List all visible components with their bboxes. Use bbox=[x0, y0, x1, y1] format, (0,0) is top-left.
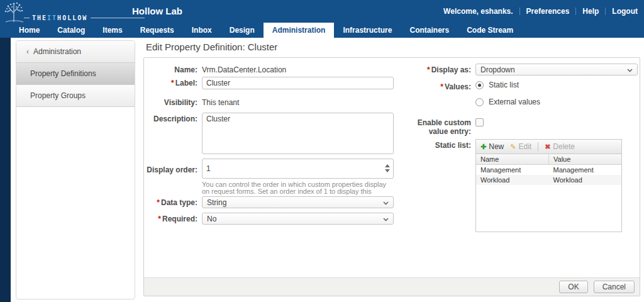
required-selected-value: No bbox=[207, 215, 216, 223]
chevron-down-icon bbox=[383, 198, 389, 207]
display-order-help: You can control the order in which custo… bbox=[202, 181, 394, 195]
static-list-new-button[interactable]: ✚ New bbox=[480, 142, 504, 151]
spinner-up-icon[interactable] bbox=[385, 164, 390, 167]
divider bbox=[605, 8, 606, 15]
tab-containers[interactable]: Containers bbox=[401, 23, 458, 38]
display-as-label: *Display as: bbox=[408, 64, 475, 76]
cell-value: Workload bbox=[549, 175, 622, 185]
page-title: Edit Property Definition: Cluster bbox=[146, 42, 277, 52]
brand: THEITHOLLOW bbox=[24, 14, 145, 21]
description-label: Description: bbox=[144, 113, 202, 157]
required-label: *Required: bbox=[144, 213, 202, 225]
table-row[interactable]: Workload Workload bbox=[476, 175, 621, 185]
column-header-name[interactable]: Name bbox=[476, 154, 549, 164]
sidebar-back-label: Administration bbox=[33, 47, 81, 56]
delete-x-icon: ✖ bbox=[545, 143, 550, 150]
label-input[interactable] bbox=[202, 77, 394, 89]
main-nav: Home Catalog Items Requests Inbox Design… bbox=[0, 23, 644, 38]
values-option-label: Static list bbox=[489, 81, 519, 89]
radio-unselected-icon[interactable] bbox=[475, 98, 484, 106]
enable-custom-value-entry-label: Enable custom value entry: bbox=[408, 116, 475, 136]
tab-code-stream[interactable]: Code Stream bbox=[458, 23, 522, 38]
help-link[interactable]: Help bbox=[582, 7, 599, 16]
radio-selected-icon[interactable] bbox=[475, 81, 484, 89]
edit-property-panel: Name: Vrm.DataCenter.Location *Label: Vi… bbox=[143, 57, 640, 296]
values-option-static-list[interactable]: Static list bbox=[475, 81, 638, 89]
tab-administration[interactable]: Administration bbox=[264, 23, 335, 38]
required-asterisk: * bbox=[158, 215, 161, 223]
data-type-label: *Data type: bbox=[144, 196, 202, 208]
form-right-column: *Display as: Dropdown *Values: Static li… bbox=[408, 58, 638, 232]
tab-catalog[interactable]: Catalog bbox=[48, 23, 94, 38]
values-option-label: External values bbox=[489, 98, 540, 106]
required-asterisk: * bbox=[427, 65, 430, 74]
delete-button-label: Delete bbox=[553, 142, 575, 151]
top-header: THEITHOLLOW Hollow Lab Welcome, eshanks.… bbox=[0, 0, 644, 23]
chevron-down-icon bbox=[383, 215, 389, 223]
tab-items[interactable]: Items bbox=[94, 23, 131, 38]
display-as-selected-value: Dropdown bbox=[480, 65, 515, 74]
toolbar-divider bbox=[538, 142, 538, 151]
new-button-label: New bbox=[489, 142, 504, 151]
cell-name: Workload bbox=[476, 175, 549, 185]
cancel-button[interactable]: Cancel bbox=[594, 281, 635, 293]
static-list-label: Static list: bbox=[408, 139, 475, 232]
tree-logo-icon bbox=[2, 1, 26, 26]
table-row[interactable]: Management Management bbox=[476, 165, 621, 175]
screen: THEITHOLLOW Hollow Lab Welcome, eshanks.… bbox=[0, 0, 644, 302]
spacer bbox=[144, 179, 202, 195]
display-order-input[interactable] bbox=[202, 159, 394, 179]
name-value: Vrm.DataCenter.Location bbox=[202, 64, 286, 74]
static-list-toolbar: ✚ New ✎ Edit ✖ Delete bbox=[475, 139, 622, 154]
column-header-value[interactable]: Value bbox=[549, 154, 621, 164]
sidebar-item-property-definitions[interactable]: Property Definitions bbox=[16, 63, 135, 85]
tab-infrastructure[interactable]: Infrastructure bbox=[334, 23, 401, 38]
brand-rule-right bbox=[91, 18, 145, 18]
tab-home[interactable]: Home bbox=[10, 23, 48, 38]
tab-design[interactable]: Design bbox=[221, 23, 264, 38]
label-label: *Label: bbox=[144, 77, 202, 89]
edit-button-label: Edit bbox=[518, 142, 531, 151]
divider bbox=[575, 8, 576, 15]
data-type-select[interactable]: String bbox=[202, 196, 394, 208]
chevron-down-icon bbox=[627, 65, 633, 74]
sidebar-back-administration[interactable]: ‹Administration bbox=[16, 41, 135, 63]
spinner-down-icon[interactable] bbox=[385, 169, 390, 172]
required-select[interactable]: No bbox=[202, 213, 394, 225]
display-as-select[interactable]: Dropdown bbox=[475, 64, 638, 76]
values-label: *Values: bbox=[408, 81, 475, 106]
ok-button[interactable]: OK bbox=[559, 281, 587, 293]
tab-inbox[interactable]: Inbox bbox=[183, 23, 221, 38]
divider bbox=[519, 8, 520, 15]
sidebar-item-label: Property Definitions bbox=[30, 69, 96, 78]
static-list-grid: Name Value Management Management Workloa… bbox=[475, 154, 622, 232]
static-list-delete-button[interactable]: ✖ Delete bbox=[545, 142, 575, 151]
app-title: Hollow Lab bbox=[132, 6, 182, 16]
chevron-left-icon: ‹ bbox=[26, 47, 29, 56]
data-type-selected-value: String bbox=[207, 198, 226, 207]
cell-value: Management bbox=[549, 165, 622, 175]
spinner-arrows bbox=[385, 164, 390, 172]
sidebar-item-property-groups[interactable]: Property Groups bbox=[16, 85, 135, 107]
visibility-value: This tenant bbox=[202, 96, 239, 107]
required-asterisk: * bbox=[440, 82, 443, 91]
pencil-icon: ✎ bbox=[510, 143, 516, 150]
sidebar: ‹Administration Property Definitions Pro… bbox=[16, 40, 135, 299]
description-textarea[interactable]: Cluster bbox=[202, 113, 394, 154]
tab-requests[interactable]: Requests bbox=[131, 23, 183, 38]
user-area: Welcome, eshanks. Preferences Help Logou… bbox=[443, 7, 638, 16]
enable-custom-value-entry-checkbox[interactable] bbox=[475, 118, 484, 126]
form-left-column: Name: Vrm.DataCenter.Location *Label: Vi… bbox=[144, 58, 403, 225]
values-option-external-values[interactable]: External values bbox=[475, 98, 638, 106]
display-order-label: Display order: bbox=[144, 159, 202, 179]
static-list-edit-button[interactable]: ✎ Edit bbox=[510, 142, 531, 151]
welcome-text: Welcome, eshanks. bbox=[443, 7, 513, 16]
required-asterisk: * bbox=[157, 198, 160, 207]
left-accent-strip bbox=[0, 38, 11, 302]
brand-text: THEITHOLLOW bbox=[32, 14, 87, 21]
logout-link[interactable]: Logout bbox=[612, 7, 638, 16]
brand-rule-left bbox=[24, 18, 30, 18]
form-footer: OK Cancel bbox=[144, 277, 640, 296]
grid-header: Name Value bbox=[476, 154, 621, 165]
preferences-link[interactable]: Preferences bbox=[526, 7, 570, 16]
